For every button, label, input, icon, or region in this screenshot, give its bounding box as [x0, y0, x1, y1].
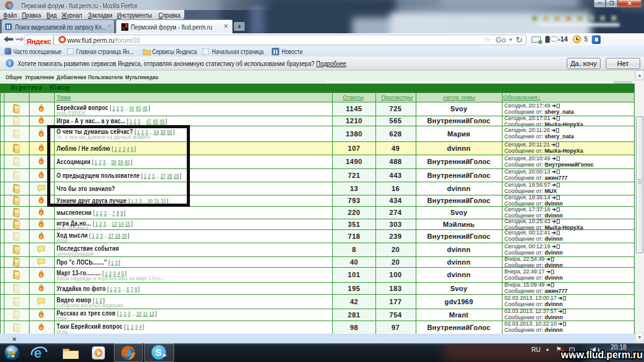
- svg-text:www.flud.perm.ru: www.flud.perm.ru: [560, 349, 643, 360]
